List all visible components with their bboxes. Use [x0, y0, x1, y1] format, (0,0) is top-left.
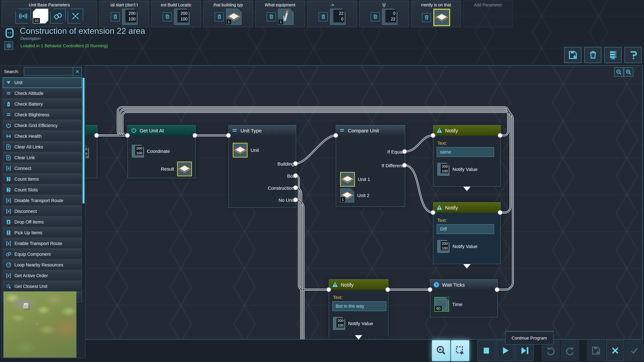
- node-unit-type[interactable]: Unit Type Unit Building Bot Construction…: [228, 125, 296, 208]
- param-tab-arrow[interactable]: -> 220: [307, 1, 357, 27]
- confirm-icon[interactable]: [625, 340, 643, 361]
- equipment-icon[interactable]: 1: [278, 9, 294, 25]
- sidebar-item-check-blightness[interactable]: Check Blightness: [3, 110, 82, 120]
- register-y: 100: [178, 16, 188, 22]
- node-get-unit-at[interactable]: Get Unit At 200100 Coordinate Result: [128, 125, 196, 178]
- minimap-bot: [36, 323, 38, 325]
- trash-icon[interactable]: [319, 12, 328, 21]
- sidebar-item-get-active-order[interactable]: Get Active Order: [3, 271, 82, 281]
- signal-icon[interactable]: [16, 9, 31, 23]
- param-tab-unit-base[interactable]: Unit Base Parameters 10: [2, 1, 97, 27]
- sidebar-item-count-slots[interactable]: Count Slots: [3, 185, 82, 195]
- sidebar-item-equip-component[interactable]: Equip Component: [3, 249, 82, 259]
- unit-item-icon[interactable]: [340, 172, 355, 187]
- param-tab-currently-on[interactable]: rrently is on that: [411, 1, 461, 27]
- white-register-slot[interactable]: 10: [33, 9, 48, 23]
- sidebar-item-check-grid-efficiency[interactable]: Check Grid Efficiency: [3, 120, 82, 131]
- close-icon[interactable]: [606, 340, 624, 361]
- sidebar-item-check-altitude[interactable]: Check Altitude: [3, 88, 82, 98]
- sidebar-item-check-health[interactable]: Check Health: [3, 131, 82, 141]
- scrollbar-thumb[interactable]: [82, 78, 84, 203]
- register-chip[interactable]: 200100: [132, 145, 144, 158]
- notify-text-input[interactable]: Bot in the way: [332, 301, 386, 311]
- node-wait-ticks[interactable]: Wait Ticks 60 Time: [430, 279, 498, 318]
- page-title: Construction of extension 22 area: [20, 26, 145, 36]
- param-register[interactable]: 200100: [122, 9, 138, 25]
- node-compare-unit[interactable]: Compare Unit If Equal If Different Unit …: [336, 125, 405, 207]
- zoom-fit-icon[interactable]: [432, 340, 450, 361]
- sidebar-scrollbar[interactable]: [82, 78, 84, 289]
- zoom-in-icon[interactable]: [624, 67, 633, 77]
- sidebar-item-clear-all-links[interactable]: Clear All Links: [3, 142, 82, 152]
- marquee-select-icon[interactable]: [451, 340, 469, 361]
- notify-text-input[interactable]: same: [437, 147, 494, 157]
- help-icon[interactable]: [624, 47, 642, 63]
- param-register[interactable]: 022: [382, 9, 398, 25]
- trash-icon[interactable]: [163, 12, 172, 21]
- param-register[interactable]: 200100: [174, 9, 190, 25]
- param-tab-equipment[interactable]: What equipment 1: [255, 1, 305, 27]
- param-tab-building-type[interactable]: /hat building typ 1: [203, 1, 253, 27]
- sidebar-item-pick-up-items[interactable]: Pick Up Items: [3, 228, 82, 238]
- param-tab-next-build-location[interactable]: ext Build Locatic 200100: [151, 1, 201, 27]
- node-partial[interactable]: 200100: [85, 125, 97, 178]
- unit-item-icon[interactable]: 1: [340, 188, 354, 202]
- sidebar-item-get-closest-unit[interactable]: Get Closest Unit: [3, 281, 82, 292]
- node-graph-canvas[interactable]: 200100 Get Unit At 200100 Coordinate Res…: [85, 65, 643, 340]
- clear-search-icon[interactable]: ✕: [73, 67, 82, 76]
- gear-icon[interactable]: [4, 41, 13, 50]
- trash-icon[interactable]: [111, 12, 120, 21]
- library-icon[interactable]: [604, 47, 622, 63]
- stop-icon[interactable]: [477, 340, 496, 361]
- description-field[interactable]: Description: [20, 36, 40, 41]
- output-label-if-equal: If Equal: [387, 148, 403, 156]
- register-chip[interactable]: 200100: [438, 240, 450, 253]
- game-world-view[interactable]: [3, 291, 76, 358]
- sidebar-item-clear-link[interactable]: Clear Link: [3, 152, 82, 163]
- sidebar-item-disconnect[interactable]: Disconnect: [3, 206, 82, 217]
- register-chip[interactable]: 200100: [333, 317, 345, 330]
- sidebar-item-loop-nearby-resources[interactable]: Loop Nearby Resources: [3, 260, 82, 270]
- zoom-out-icon[interactable]: [614, 67, 624, 77]
- sidebar-item-disable-transport-route[interactable]: Disable Transport Route: [3, 195, 82, 206]
- trash-icon[interactable]: [422, 13, 431, 22]
- notify-text-input[interactable]: Diff: [437, 224, 494, 234]
- delete-behavior-button[interactable]: [584, 47, 602, 63]
- sidebar-item-drop-off-items[interactable]: Drop Off Items: [3, 217, 82, 227]
- trash-icon[interactable]: [267, 12, 276, 21]
- link-icon[interactable]: [50, 9, 66, 23]
- register-y: 22: [386, 16, 396, 22]
- save-icon[interactable]: [587, 340, 605, 361]
- unit-item-icon[interactable]: [233, 143, 248, 158]
- output-label-no-unit: No Unit: [278, 196, 294, 204]
- sidebar-item-unit[interactable]: Unit: [3, 77, 82, 88]
- param-tab-initial-start[interactable]: ial start (don't t 200100: [99, 1, 149, 27]
- sidebar-item-connect[interactable]: Connect: [3, 163, 82, 174]
- save-behavior-button[interactable]: [564, 47, 581, 63]
- circuit-board-icon[interactable]: 1: [226, 9, 242, 25]
- search-input[interactable]: [24, 67, 76, 76]
- unit-item-icon[interactable]: [177, 162, 192, 176]
- add-parameter-button[interactable]: Add Parameter: [463, 1, 513, 27]
- node-notify-same[interactable]: Notify Text: same 200100 Notify Value: [433, 125, 501, 187]
- redo-icon[interactable]: [561, 340, 579, 361]
- text-label: Text:: [333, 295, 343, 300]
- circuit-board-selected-icon[interactable]: [433, 9, 450, 26]
- register-chip[interactable]: 200100: [438, 163, 450, 176]
- param-register[interactable]: 220: [330, 9, 346, 25]
- bracket-icon: [6, 166, 12, 171]
- sidebar-item-enable-transport-route[interactable]: Enable Transport Route: [3, 238, 82, 249]
- param-tab-slash[interactable]: \|/ 022: [359, 1, 409, 27]
- collapse-icon[interactable]: [68, 9, 83, 23]
- trash-icon[interactable]: [215, 12, 224, 21]
- trash-icon[interactable]: [371, 12, 380, 21]
- node-notify-diff[interactable]: Notify Text: Diff 200100 Notify Value: [433, 202, 501, 264]
- sidebar-item-count-items[interactable]: Count Items: [3, 174, 82, 184]
- node-notify-bot[interactable]: Notify Text: Bot in the way 200100 Notif…: [329, 279, 388, 337]
- minimap-building: [23, 305, 29, 309]
- expand-triangle[interactable]: [463, 264, 470, 269]
- sidebar-item-check-battery[interactable]: Check Battery: [3, 99, 82, 109]
- expand-triangle[interactable]: [355, 335, 362, 340]
- expand-triangle[interactable]: [463, 187, 470, 191]
- time-value-box[interactable]: 60: [434, 297, 449, 312]
